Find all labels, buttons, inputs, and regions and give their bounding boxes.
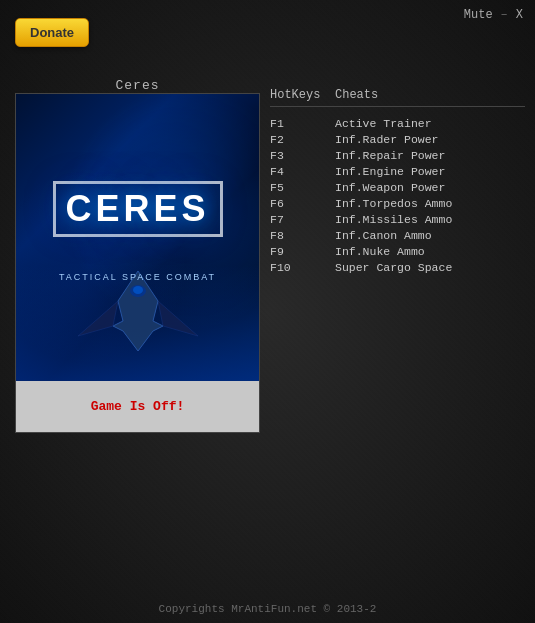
cheat-rows: F1Active TrainerF2Inf.Rader PowerF3Inf.R… bbox=[270, 115, 525, 275]
cheat-desc: Super Cargo Space bbox=[335, 261, 452, 274]
game-image-container: CERES TACTICAL SPACE COMBAT Game Is Off! bbox=[15, 93, 260, 433]
cheat-row: F9Inf.Nuke Ammo bbox=[270, 243, 525, 259]
donate-button[interactable]: Donate bbox=[15, 18, 89, 47]
game-status-text: Game Is Off! bbox=[91, 399, 185, 414]
cheat-row: F2Inf.Rader Power bbox=[270, 131, 525, 147]
cheat-desc: Inf.Torpedos Ammo bbox=[335, 197, 452, 210]
cheats-header: HotKeys Cheats bbox=[270, 88, 525, 107]
footer: Copyrights MrAntiFun.net © 2013-2 bbox=[0, 603, 535, 615]
cheat-row: F1Active Trainer bbox=[270, 115, 525, 131]
cheat-key: F6 bbox=[270, 197, 335, 210]
game-logo: CERES bbox=[52, 181, 222, 237]
cheat-key: F10 bbox=[270, 261, 335, 274]
cheat-row: F10Super Cargo Space bbox=[270, 259, 525, 275]
cheat-key: F5 bbox=[270, 181, 335, 194]
cheat-desc: Inf.Nuke Ammo bbox=[335, 245, 425, 258]
cheats-column-header: Cheats bbox=[335, 88, 378, 102]
cheat-desc: Inf.Weapon Power bbox=[335, 181, 445, 194]
game-image: CERES TACTICAL SPACE COMBAT bbox=[16, 94, 259, 381]
cheat-key: F1 bbox=[270, 117, 335, 130]
cheat-key: F8 bbox=[270, 229, 335, 242]
cheat-row: F7Inf.Missiles Ammo bbox=[270, 211, 525, 227]
close-button[interactable]: X bbox=[516, 8, 523, 22]
cheat-row: F6Inf.Torpedos Ammo bbox=[270, 195, 525, 211]
cheat-desc: Inf.Repair Power bbox=[335, 149, 445, 162]
cheat-key: F2 bbox=[270, 133, 335, 146]
cheat-row: F5Inf.Weapon Power bbox=[270, 179, 525, 195]
game-status-bar: Game Is Off! bbox=[16, 381, 259, 432]
tactical-subtitle: TACTICAL SPACE COMBAT bbox=[59, 272, 216, 282]
cheat-desc: Inf.Rader Power bbox=[335, 133, 439, 146]
svg-point-1 bbox=[133, 286, 143, 294]
cheat-key: F3 bbox=[270, 149, 335, 162]
cheats-panel: HotKeys Cheats F1Active TrainerF2Inf.Rad… bbox=[270, 88, 525, 275]
cheat-key: F7 bbox=[270, 213, 335, 226]
hotkeys-column-header: HotKeys bbox=[270, 88, 335, 102]
top-bar: Mute – X bbox=[452, 0, 535, 30]
cheat-desc: Active Trainer bbox=[335, 117, 432, 130]
cheat-key: F4 bbox=[270, 165, 335, 178]
game-title: Ceres bbox=[15, 78, 260, 93]
mute-button[interactable]: Mute bbox=[464, 8, 493, 22]
cheat-row: F8Inf.Canon Ammo bbox=[270, 227, 525, 243]
cheat-row: F3Inf.Repair Power bbox=[270, 147, 525, 163]
cheat-desc: Inf.Canon Ammo bbox=[335, 229, 432, 242]
cheat-row: F4Inf.Engine Power bbox=[270, 163, 525, 179]
separator: – bbox=[501, 8, 508, 22]
cheat-key: F9 bbox=[270, 245, 335, 258]
cheat-desc: Inf.Missiles Ammo bbox=[335, 213, 452, 226]
cheat-desc: Inf.Engine Power bbox=[335, 165, 445, 178]
